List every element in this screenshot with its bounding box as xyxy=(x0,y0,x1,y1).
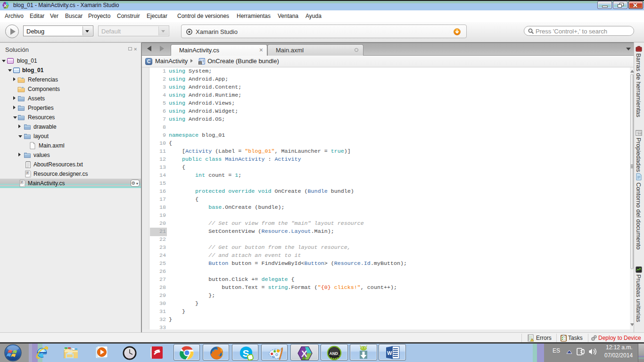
svg-text:#: # xyxy=(21,181,23,184)
svg-text:W: W xyxy=(387,350,392,356)
svg-text:X: X xyxy=(4,3,7,8)
svg-text:C: C xyxy=(147,59,150,64)
svg-text:#: # xyxy=(27,171,29,174)
svg-text:X: X xyxy=(301,349,307,359)
svg-text:AND_: AND_ xyxy=(330,351,340,356)
